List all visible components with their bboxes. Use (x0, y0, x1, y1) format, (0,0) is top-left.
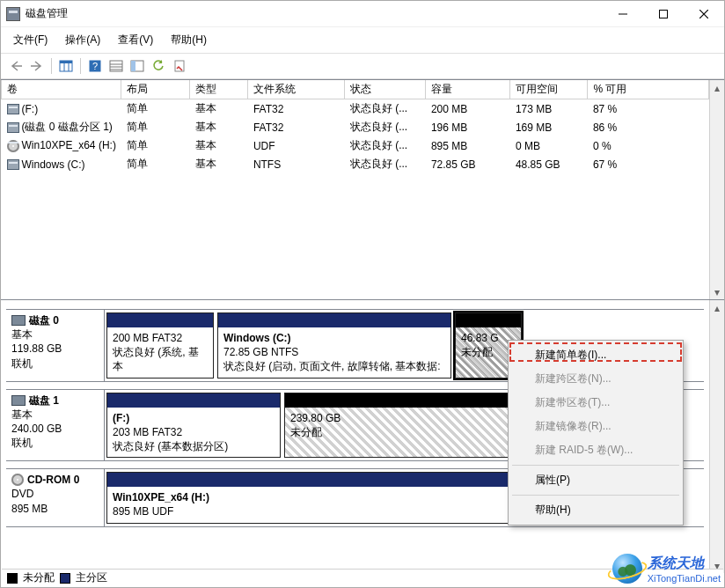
ctx-help[interactable]: 帮助(H) (510, 498, 681, 522)
ctx-new-mirror-volume: 新建镜像卷(R)... (510, 415, 681, 438)
table-header-row: 卷 布局 类型 文件系统 状态 容量 可用空间 % 可用 (2, 80, 709, 99)
table-row[interactable]: Win10XPE_x64 (H:)简单基本UDF状态良好 (...895 MB0… (2, 136, 709, 155)
disk-state: 联机 (11, 436, 99, 450)
close-button[interactable] (684, 1, 724, 27)
partition-stripe (456, 313, 521, 327)
nav-forward-button[interactable] (27, 56, 47, 76)
partition[interactable]: 200 MB FAT32状态良好 (系统, 基本 (106, 312, 214, 379)
scroll-up-icon[interactable]: ▴ (710, 300, 724, 315)
disk-name: 磁盘 1 (29, 393, 59, 408)
table-row[interactable]: (磁盘 0 磁盘分区 1)简单基本FAT32状态良好 (...196 MB169… (2, 118, 709, 136)
volume-name: Win10XPE_x64 (H:) (22, 139, 116, 151)
disk-info: 磁盘 0基本119.88 GB联机 (6, 310, 105, 381)
volume-capacity: 72.85 GB (426, 155, 510, 173)
view-columns-button[interactable] (56, 56, 76, 76)
graphical-view-button[interactable] (128, 56, 147, 76)
partition-title: (F:) (113, 411, 275, 425)
menu-view[interactable]: 查看(V) (114, 31, 157, 49)
volume-type: 基本 (190, 99, 248, 119)
partition[interactable]: Win10XPE_x64 (H:)895 MB UDF (106, 472, 513, 523)
scroll-down-icon[interactable]: ▾ (710, 284, 724, 299)
volume-status: 状态良好 (... (345, 118, 426, 136)
partition[interactable]: (F:)203 MB FAT32状态良好 (基本数据分区) (106, 393, 281, 459)
legend-swatch-unallocated (7, 573, 18, 584)
table-row[interactable]: Windows (C:)简单基本NTFS状态良好 (...72.85 GB48.… (2, 155, 709, 173)
volume-list-pane: 卷 布局 类型 文件系统 状态 容量 可用空间 % 可用 (F:)简单基本FAT… (1, 79, 724, 299)
partition[interactable]: Windows (C:)72.85 GB NTFS状态良好 (启动, 页面文件,… (217, 312, 451, 379)
diskmap-scrollbar[interactable]: ▴ ▾ (709, 300, 724, 573)
ctx-new-simple-volume[interactable]: 新建简单卷(I)... (510, 343, 681, 367)
watermark-title: 系统天地 (648, 555, 721, 573)
disk-size: 895 MB (11, 502, 99, 516)
properties-button[interactable] (170, 56, 189, 76)
partition-stripe (107, 313, 213, 327)
disk-size: 119.88 GB (11, 342, 99, 356)
maximize-button[interactable] (643, 1, 684, 27)
volume-layout: 简单 (121, 136, 190, 155)
partition-stripe (285, 393, 514, 408)
col-status[interactable]: 状态 (345, 80, 426, 99)
watermark-url: XiTongTianDi.net (648, 573, 721, 584)
refresh-button[interactable] (149, 56, 168, 76)
volume-capacity: 200 MB (426, 99, 510, 119)
table-row[interactable]: (F:)简单基本FAT32状态良好 (...200 MB173 MB87 % (2, 99, 709, 119)
menu-action[interactable]: 操作(A) (62, 31, 104, 49)
volume-layout: 简单 (121, 99, 190, 119)
col-volume[interactable]: 卷 (2, 80, 121, 99)
partition-line3: 未分配 (290, 425, 509, 439)
minimize-button[interactable] (603, 1, 643, 27)
details-pane-button[interactable] (106, 56, 126, 76)
partition-unallocated[interactable]: 239.80 GB未分配 (284, 393, 515, 459)
scroll-up-icon[interactable]: ▴ (710, 80, 724, 95)
context-menu: 新建简单卷(I)... 新建跨区卷(N)... 新建带区卷(T)... 新建镜像… (508, 340, 684, 526)
svg-rect-0 (660, 10, 668, 18)
volume-filesystem: NTFS (248, 155, 345, 173)
disk-icon (11, 315, 26, 326)
partition-line2: 895 MB UDF (113, 504, 507, 518)
volume-free: 48.85 GB (510, 155, 588, 173)
volume-filesystem: FAT32 (248, 118, 345, 136)
volume-pctfree: 0 % (588, 136, 709, 155)
volume-capacity: 895 MB (426, 136, 510, 155)
volume-pctfree: 87 % (588, 99, 709, 119)
partition-line2: 72.85 GB NTFS (223, 345, 445, 359)
disk-name: 磁盘 0 (29, 313, 59, 327)
partition-line3: 状态良好 (基本数据分区) (113, 439, 275, 453)
ctx-new-raid5-volume: 新建 RAID-5 卷(W)... (510, 438, 681, 462)
volume-free: 173 MB (510, 99, 588, 119)
context-menu-separator (512, 495, 679, 496)
partition-line2: 239.80 GB (290, 411, 509, 425)
volume-pctfree: 67 % (588, 155, 709, 173)
list-scrollbar[interactable]: ▴ ▾ (709, 80, 724, 299)
volume-free: 169 MB (510, 118, 588, 136)
svg-text:?: ? (92, 61, 98, 71)
col-capacity[interactable]: 容量 (426, 80, 510, 99)
col-free[interactable]: 可用空间 (510, 80, 588, 99)
disk-info: 磁盘 1基本240.00 GB联机 (6, 390, 105, 461)
col-type[interactable]: 类型 (190, 80, 248, 99)
partition-line3: 状态良好 (启动, 页面文件, 故障转储, 基本数据: (223, 359, 445, 373)
col-layout[interactable]: 布局 (121, 80, 190, 99)
disk-name: CD-ROM 0 (27, 473, 79, 487)
col-pctfree[interactable]: % 可用 (588, 80, 709, 99)
legend-primary-label: 主分区 (76, 570, 107, 585)
window-title: 磁盘管理 (26, 6, 68, 21)
svg-rect-2 (60, 61, 72, 63)
volume-status: 状态良好 (... (345, 136, 426, 155)
disk-size: 240.00 GB (11, 422, 99, 436)
help-button[interactable]: ? (85, 56, 105, 76)
disk-kind: DVD (11, 487, 99, 501)
legend-swatch-primary (60, 573, 70, 584)
watermark: 系统天地 XiTongTianDi.net (612, 554, 721, 584)
menu-help[interactable]: 帮助(H) (167, 31, 210, 49)
svg-rect-8 (175, 61, 184, 71)
volume-type: 基本 (190, 136, 248, 155)
ctx-properties[interactable]: 属性(P) (510, 468, 681, 492)
partition-title: Win10XPE_x64 (H:) (113, 490, 507, 504)
nav-back-button[interactable] (6, 56, 26, 76)
menu-file[interactable]: 文件(F) (10, 31, 51, 49)
col-filesystem[interactable]: 文件系统 (248, 80, 345, 99)
volume-type: 基本 (190, 118, 248, 136)
partition-line2: 200 MB FAT32 (113, 331, 208, 345)
context-menu-separator (512, 465, 679, 466)
